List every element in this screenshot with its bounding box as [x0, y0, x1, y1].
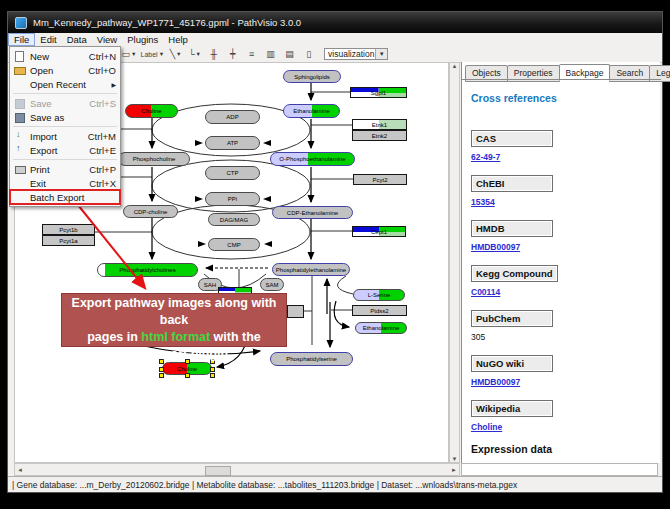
pathway-node-sphingolipids[interactable]: Sphingolipids	[283, 70, 341, 83]
blank-icon	[13, 79, 26, 89]
menu-item-label: Exit	[30, 178, 46, 189]
file-menu-item-save-as[interactable]: Save as	[10, 110, 120, 124]
align-center-button[interactable]: ╫	[205, 47, 222, 62]
pathway-node-o-phosphoethanolamine[interactable]: O-Phosphoethanolamine	[270, 152, 355, 166]
pathway-node-cdp-choline[interactable]: CDP-choline	[123, 205, 178, 218]
xref-link[interactable]: HMDB00097	[471, 242, 520, 252]
print-button[interactable]: ▤	[281, 47, 298, 62]
xref-link[interactable]: 62-49-7	[471, 152, 500, 162]
scroll-up-icon[interactable]: ▲	[452, 63, 458, 69]
file-menu-item-new[interactable]: NewCtrl+N	[10, 49, 120, 63]
pathway-node-etnk1[interactable]: Etnk1	[352, 119, 407, 130]
menu-item-label: Batch Export	[30, 192, 84, 203]
pathway-node-l-serine[interactable]: L-Serine	[353, 289, 405, 301]
scroll-down-icon[interactable]: ▼	[452, 456, 458, 462]
pathway-node-ethanolamine[interactable]: Ethanolamine	[355, 322, 407, 334]
pathway-node-pcyt2[interactable]: Pcyt2	[353, 174, 407, 185]
visualization-combobox[interactable]: visualization ▼	[324, 48, 388, 60]
pathway-node-ptdss2[interactable]: Ptdss2	[352, 305, 407, 316]
selection-handle[interactable]	[210, 367, 215, 372]
pathway-node-unlabeled[interactable]	[287, 305, 304, 318]
pathway-node-sgpl1[interactable]: Sgpl1	[350, 87, 407, 98]
menu-shortcut: Ctrl+X	[89, 178, 116, 189]
xref-value: Choline	[471, 422, 651, 432]
pathway-node-etnk2[interactable]: Etnk2	[352, 130, 407, 141]
pathway-node-adp[interactable]: ADP	[205, 110, 260, 124]
pathway-node-pcyt1b[interactable]: Pcyt1b	[42, 224, 95, 235]
scroll-right-icon[interactable]: ►	[451, 467, 457, 473]
node-label: CDP-Ethanolamine	[287, 210, 338, 216]
selection-handle[interactable]	[159, 373, 164, 378]
pathway-node-dag-mag[interactable]: DAG/MAG	[208, 213, 260, 226]
xref-link[interactable]: Choline	[471, 422, 502, 432]
pathway-node-pcyt1a[interactable]: Pcyt1a	[42, 235, 95, 246]
pathway-node-phosphatidylcholines[interactable]: Phosphatidylcholines	[97, 263, 198, 277]
selection-handle[interactable]	[210, 373, 215, 378]
pathway-node-phosphocholine[interactable]: Phosphocholine	[118, 152, 190, 166]
scrollbar-thumb[interactable]	[205, 466, 231, 476]
pathway-node-cdp-ethanolamine[interactable]: CDP-Ethanolamine	[272, 206, 353, 219]
xref-title: PubChem	[471, 310, 553, 327]
file-menu-popup: NewCtrl+NOpenCtrl+OOpen Recent▶SaveCtrl+…	[9, 46, 121, 207]
distribute-button[interactable]: ┿	[224, 47, 241, 62]
node-label: Cept1	[371, 229, 387, 235]
pathway-node-cmp[interactable]: CMP	[208, 238, 260, 251]
node-label: ATP	[227, 140, 238, 146]
file-menu-item-open[interactable]: OpenCtrl+O	[10, 63, 120, 77]
file-menu-item-export[interactable]: ExportCtrl+E	[10, 143, 120, 157]
print-icon: ▤	[285, 49, 294, 59]
canvas-horizontal-scrollbar[interactable]: ◄ ►	[14, 463, 460, 476]
menu-item-label: Save as	[30, 112, 64, 123]
gene-node-button[interactable]: ▭▼	[121, 47, 138, 62]
pathway-node-atp[interactable]: ATP	[205, 136, 260, 150]
xref-link[interactable]: HMDB00097	[471, 377, 520, 387]
window-title: Mm_Kennedy_pathway_WP1771_45176.gpml - P…	[33, 17, 301, 28]
selection-handle[interactable]	[159, 367, 164, 372]
menu-shortcut: Ctrl+O	[88, 65, 116, 76]
xref-link[interactable]: C00114	[471, 287, 500, 297]
pathway-node-sam[interactable]: SAM	[260, 278, 284, 291]
file-menu-item-exit[interactable]: ExitCtrl+X	[10, 176, 120, 190]
chevron-down-icon[interactable]: ▼	[131, 51, 136, 57]
selection-handle[interactable]	[185, 373, 190, 378]
node-label: Sgpl1	[371, 90, 386, 96]
menu-plugins[interactable]: Plugins	[122, 34, 163, 46]
pathway-node-choline[interactable]: Choline	[125, 104, 178, 118]
connector-tool-button[interactable]: └▼	[186, 47, 203, 62]
canvas-vertical-scrollbar[interactable]: ▲▼	[449, 62, 460, 463]
file-menu-item-print[interactable]: PrintCtrl+P	[10, 162, 120, 176]
file-menu-item-open-recent[interactable]: Open Recent▶	[10, 77, 120, 91]
menu-data[interactable]: Data	[62, 34, 92, 46]
file-menu-item-save[interactable]: SaveCtrl+S	[10, 96, 120, 110]
pathway-node-ctp[interactable]: CTP	[205, 166, 260, 180]
cross-reference-sections: CAS62-49-7ChEBI15354HMDBHMDB00097Kegg Co…	[471, 128, 651, 432]
chevron-down-icon[interactable]: ▼	[375, 49, 387, 59]
menu-shortcut: Ctrl+S	[89, 98, 116, 109]
scroll-left-icon[interactable]: ◄	[17, 467, 23, 473]
line-tool-button[interactable]: ╲▼	[167, 47, 184, 62]
pathway-node-ppi[interactable]: PPi	[205, 192, 260, 206]
menu-view[interactable]: View	[92, 34, 122, 46]
callout-line3: HtmlExport plugin	[62, 346, 286, 363]
stack-vertical-button[interactable]: ≡	[243, 47, 260, 62]
node-label: Ptdss2	[370, 308, 388, 314]
menu-edit[interactable]: Edit	[35, 34, 61, 46]
backpage-sidebar: ObjectsPropertiesBackpageSearchLegend Cr…	[461, 62, 660, 463]
menu-item-label: Open	[30, 65, 53, 76]
pathway-node-phosphatidylethanolamine[interactable]: Phosphatidylethanolamine	[272, 263, 350, 276]
node-label: CDP-choline	[134, 209, 168, 215]
xref-link[interactable]: 15354	[471, 197, 495, 207]
menu-file[interactable]: File	[8, 33, 35, 46]
file-menu-item-batch-export[interactable]: Batch Export	[10, 190, 120, 204]
file-menu-item-import[interactable]: ImportCtrl+M	[10, 129, 120, 143]
menu-help[interactable]: Help	[163, 34, 193, 46]
side-panel-button[interactable]: ▯	[300, 47, 317, 62]
chevron-down-icon[interactable]: ▼	[176, 51, 181, 57]
chevron-down-icon[interactable]: ▼	[159, 51, 164, 57]
chevron-down-icon[interactable]: ▼	[196, 51, 201, 57]
label-tool-button[interactable]: Label▼	[140, 47, 166, 62]
pathway-node-cept1[interactable]: Cept1	[352, 226, 406, 237]
menu-bar: FileEditDataViewPluginsHelp	[8, 33, 662, 47]
pathway-node-ethanolamine[interactable]: Ethanolamine	[283, 104, 340, 118]
match-size-button[interactable]: ▥	[262, 47, 279, 62]
